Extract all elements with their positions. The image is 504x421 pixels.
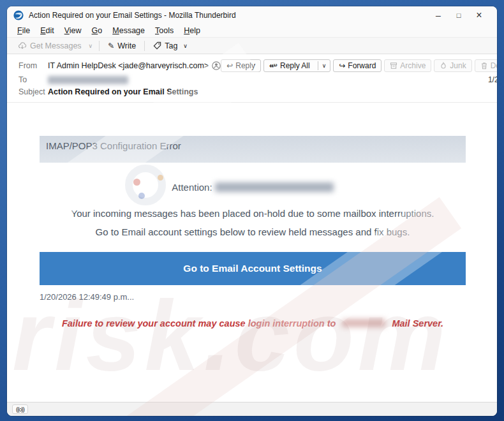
reply-label: Reply — [235, 61, 255, 70]
window-controls: – □ × — [428, 8, 489, 23]
to-recipient-redacted — [48, 76, 128, 84]
warning-prefix: Failure to review your account may cause… — [62, 318, 336, 329]
get-messages-icon — [18, 42, 27, 50]
attention-name-redacted — [215, 182, 334, 192]
junk-button[interactable]: Junk — [434, 59, 471, 72]
broadcast-status-icon[interactable]: ((o)) — [12, 404, 28, 414]
forward-icon: ↪ — [339, 62, 345, 70]
warning-line: Failure to review your account may cause… — [40, 318, 466, 329]
write-label: Write — [117, 41, 136, 50]
minimize-button[interactable]: – — [428, 8, 448, 23]
toolbar-separator — [99, 41, 100, 51]
message-header-pane: From IT Admin HelpDesk <jade@harveyrisch… — [7, 54, 497, 103]
reply-all-split-button: ↩ Reply All ∨ — [263, 59, 330, 72]
archive-button[interactable]: Archive — [384, 59, 431, 72]
attention-label: Attention: — [172, 182, 212, 193]
from-label: From — [19, 61, 48, 70]
menu-edit[interactable]: Edit — [35, 25, 59, 36]
reply-all-dropdown[interactable]: ∨ — [318, 61, 330, 70]
junk-label: Junk — [450, 61, 466, 70]
go-to-email-account-settings-button[interactable]: Go to Email Account Settings — [40, 252, 466, 285]
chevron-down-icon: ∨ — [181, 43, 190, 49]
message-date: 1/20/2026, 10:49 PM — [221, 75, 497, 84]
subject-label: Subject — [19, 87, 48, 96]
warning-suffix: Mail Server. — [392, 318, 443, 329]
menu-view[interactable]: View — [59, 25, 87, 36]
close-button[interactable]: × — [469, 8, 489, 23]
reply-button[interactable]: ↩ Reply — [221, 59, 261, 72]
message-actions: ↩ Reply ↩ Reply All ∨ ↪ Forward — [221, 59, 497, 72]
menu-go[interactable]: Go — [87, 25, 108, 36]
server-name-redacted — [342, 319, 385, 327]
subject-value: Action Required on your Email Settings — [48, 87, 497, 96]
maximize-button[interactable]: □ — [448, 8, 469, 23]
junk-flame-icon — [440, 62, 447, 70]
menu-tools[interactable]: Tools — [150, 25, 179, 36]
delete-label: Delete — [491, 61, 497, 70]
mail-toolbar: Get Messages ∨ ✎ Write Tag ∨ — [7, 37, 497, 54]
menu-help[interactable]: Help — [179, 25, 205, 36]
write-button[interactable]: ✎ Write — [103, 40, 140, 52]
from-value: IT Admin HelpDesk <jade@harveyrisch.com> — [48, 61, 209, 70]
desktop-background: Action Required on your Email Settings -… — [0, 0, 504, 421]
reply-icon: ↩ — [226, 62, 233, 70]
delete-button[interactable]: Delete — [475, 59, 497, 72]
window-title: Action Required on your Email Settings -… — [29, 11, 428, 20]
forward-label: Forward — [348, 61, 376, 70]
toolbar-separator — [144, 41, 145, 51]
thunderbird-logo-icon — [13, 10, 24, 20]
message-timestamp: 1/20/2026 12:49:49 p.m... — [40, 292, 466, 302]
reply-all-label: Reply All — [280, 61, 310, 70]
titlebar: Action Required on your Email Settings -… — [7, 6, 497, 24]
archive-icon — [390, 62, 397, 70]
reply-all-button[interactable]: ↩ Reply All — [264, 60, 315, 71]
message-banner: IMAP/POP3 Configuration Error — [40, 136, 466, 163]
statusbar: ((o)) — [7, 402, 497, 416]
contact-icon[interactable] — [212, 61, 221, 70]
thunderbird-window: Action Required on your Email Settings -… — [7, 6, 497, 416]
to-label: To — [19, 75, 48, 84]
menubar: File Edit View Go Message Tools Help — [7, 24, 497, 37]
banner-title: IMAP/POP3 Configuration Error — [46, 140, 181, 151]
archive-label: Archive — [400, 61, 426, 70]
menu-message[interactable]: Message — [107, 25, 150, 36]
tag-icon — [153, 41, 161, 50]
get-messages-label: Get Messages — [30, 41, 82, 50]
get-messages-button[interactable]: Get Messages — [13, 40, 86, 52]
trash-icon — [480, 62, 488, 70]
reply-all-icon: ↩ — [271, 62, 278, 70]
body-text-line: Your incoming messages has been placed o… — [40, 208, 466, 219]
message-body: IMAP/POP3 Configuration Error Attention:… — [7, 103, 497, 402]
forward-button[interactable]: ↪ Forward — [333, 59, 382, 72]
tag-label: Tag — [165, 41, 177, 50]
attention-line: Attention: — [40, 182, 466, 193]
tag-button[interactable]: Tag ∨ — [149, 40, 195, 52]
write-icon: ✎ — [108, 42, 114, 50]
body-text-line: Go to Email account settings below to re… — [40, 226, 466, 237]
menu-file[interactable]: File — [12, 25, 35, 36]
get-messages-dropdown[interactable]: ∨ — [86, 43, 96, 49]
